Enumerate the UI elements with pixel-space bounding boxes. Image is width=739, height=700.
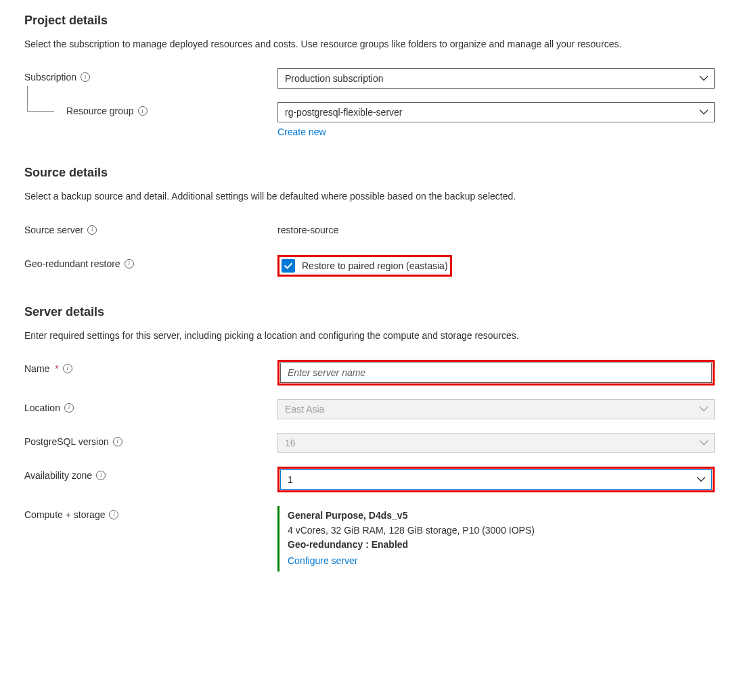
chevron-down-icon: [699, 406, 709, 412]
subscription-label: Subscription: [24, 72, 76, 83]
az-value: 1: [288, 474, 293, 485]
location-label: Location: [24, 402, 60, 413]
server-details-heading: Server details: [24, 305, 715, 319]
create-new-link[interactable]: Create new: [277, 126, 326, 137]
project-details-description: Select the subscription to manage deploy…: [24, 37, 715, 51]
info-icon[interactable]: i: [87, 225, 97, 235]
info-icon[interactable]: i: [138, 106, 148, 116]
az-label: Availability zone: [24, 470, 92, 481]
location-dropdown: East Asia: [277, 399, 715, 419]
name-label: Name: [24, 363, 49, 374]
subscription-value: Production subscription: [285, 73, 384, 84]
geo-restore-label: Geo-redundant restore: [24, 258, 120, 269]
required-asterisk: *: [55, 363, 58, 374]
highlight-geo-restore: Restore to paired region (eastasia): [277, 255, 452, 277]
highlight-az-dropdown: 1: [277, 467, 715, 492]
chevron-down-icon: [699, 440, 709, 446]
info-icon[interactable]: i: [64, 403, 74, 413]
compute-geo-redundancy: Geo-redundancy : Enabled: [288, 539, 408, 550]
source-details-description: Select a backup source and detail. Addit…: [24, 189, 715, 203]
source-server-value: restore-source: [277, 221, 715, 235]
configure-server-link[interactable]: Configure server: [288, 554, 358, 569]
subscription-dropdown[interactable]: Production subscription: [277, 68, 715, 89]
resource-group-label: Resource group: [66, 106, 134, 116]
version-dropdown: 16: [277, 433, 715, 453]
info-icon[interactable]: i: [81, 72, 90, 82]
source-server-label: Source server: [24, 225, 83, 235]
availability-zone-dropdown[interactable]: 1: [280, 469, 712, 490]
chevron-down-icon: [699, 110, 709, 116]
geo-restore-checkbox-label[interactable]: Restore to paired region (eastasia): [302, 260, 448, 271]
source-details-heading: Source details: [24, 166, 715, 180]
info-icon[interactable]: i: [113, 437, 122, 446]
server-name-input[interactable]: [280, 363, 712, 383]
info-icon[interactable]: i: [109, 510, 118, 519]
compute-storage-summary: General Purpose, D4ds_v5 4 vCores, 32 Gi…: [277, 506, 715, 571]
chevron-down-icon: [696, 476, 706, 482]
server-details-description: Enter required settings for this server,…: [24, 329, 715, 342]
version-label: PostgreSQL version: [24, 436, 109, 447]
project-details-heading: Project details: [24, 14, 715, 28]
location-value: East Asia: [285, 404, 324, 415]
resource-group-value: rg-postgresql-flexible-server: [285, 107, 403, 118]
compute-label: Compute + storage: [24, 509, 105, 520]
info-icon[interactable]: i: [63, 364, 72, 373]
tree-connector-icon: [27, 86, 54, 112]
version-value: 16: [285, 438, 296, 448]
info-icon[interactable]: i: [96, 471, 106, 480]
resource-group-dropdown[interactable]: rg-postgresql-flexible-server: [277, 102, 715, 122]
highlight-name-input: [277, 360, 715, 386]
info-icon[interactable]: i: [125, 259, 134, 269]
geo-restore-checkbox[interactable]: [282, 259, 295, 273]
compute-spec: 4 vCores, 32 GiB RAM, 128 GiB storage, P…: [288, 525, 535, 536]
chevron-down-icon: [699, 76, 709, 82]
compute-sku-title: General Purpose, D4ds_v5: [288, 510, 407, 521]
